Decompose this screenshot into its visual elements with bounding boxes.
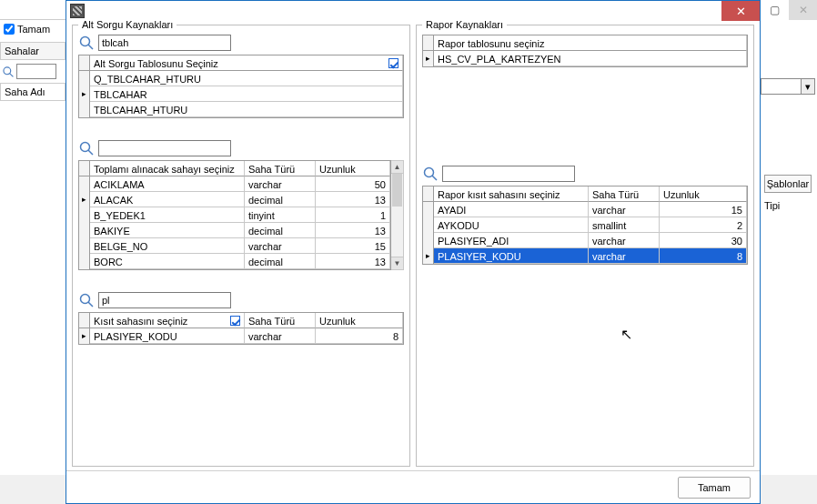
- cell-name: PLASIYER_KODU: [90, 328, 245, 344]
- table-row[interactable]: BELGE_NOvarchar15: [79, 238, 390, 254]
- cell-name: AYKODU: [434, 217, 589, 233]
- table-row[interactable]: TBLCAHAR_HTURU: [79, 102, 403, 117]
- cell-name: BAKIYE: [90, 223, 245, 238]
- svg-line-3: [88, 45, 93, 49]
- table-row[interactable]: BAKIYEdecimal13: [79, 223, 390, 238]
- table-row[interactable]: PLASIYER_KODUvarchar8: [79, 328, 403, 344]
- bg-tamam-checkbox[interactable]: [4, 24, 15, 35]
- cell-type: decimal: [245, 254, 316, 269]
- right-table-select-grid[interactable]: Rapor tablosunu seçiniz HS_CV_PLA_KARTEZ…: [422, 35, 748, 67]
- table-row[interactable]: Q_TBLCAHAR_HTURU: [79, 71, 403, 86]
- search-icon: [78, 140, 95, 156]
- cell-name: ACIKLAMA: [90, 176, 245, 192]
- left-search-sumfields[interactable]: [98, 140, 231, 156]
- right-constraint-grid[interactable]: Rapor kısıt sahasını seçiniz Saha Türü U…: [422, 186, 748, 265]
- table-row[interactable]: ACIKLAMAvarchar50: [79, 176, 390, 192]
- cell-type: decimal: [245, 192, 316, 207]
- svg-line-1: [10, 73, 14, 76]
- scrollbar[interactable]: ▲ ▼: [391, 160, 404, 270]
- app-icon: [70, 4, 85, 18]
- cell-length: 15: [660, 202, 747, 217]
- search-icon: [2, 66, 15, 78]
- col-name-header: Kısıt sahasını seçiniz: [94, 315, 187, 328]
- right-search-constraint[interactable]: [442, 166, 575, 182]
- bg-sahalar-header: Sahalar: [0, 42, 66, 60]
- left-search-constraint[interactable]: [98, 292, 231, 308]
- bg-tipi-label: Tipi: [764, 200, 780, 211]
- left-panel: Alt Sorgu Kaynakları Alt Sorgu Tablosunu…: [72, 25, 410, 467]
- scroll-thumb[interactable]: [392, 174, 402, 207]
- left-search-tables[interactable]: [98, 35, 231, 51]
- cell-type: varchar: [245, 238, 316, 254]
- left-sumfields-grid[interactable]: Toplamı alınacak sahayı seçiniz Saha Tür…: [78, 160, 391, 270]
- bg-restore-button[interactable]: ▢: [761, 0, 789, 20]
- right-panel: Rapor Kaynakları Rapor tablosunu seçiniz…: [416, 25, 754, 467]
- cell: Q_TBLCAHAR_HTURU: [90, 71, 403, 86]
- cell: TBLCAHAR: [90, 86, 403, 102]
- col-type-header: Saha Türü: [245, 161, 316, 176]
- cell-length: 1: [316, 207, 390, 223]
- col-len-header: Uzunluk: [316, 313, 403, 328]
- cell-name: B_YEDEK1: [90, 207, 245, 223]
- search-icon: [422, 166, 439, 182]
- table-row[interactable]: AYADIvarchar15: [423, 202, 747, 217]
- col-name-header: Toplamı alınacak sahayı seçiniz: [90, 161, 245, 176]
- table-row[interactable]: ALACAKdecimal13: [79, 192, 390, 207]
- bg-column-header: Saha Adı: [0, 83, 66, 101]
- cell-type: varchar: [245, 328, 316, 344]
- cell-type: decimal: [245, 223, 316, 238]
- left-table-select-header: Alt Sorgu Tablosunu Seçiniz: [94, 57, 218, 70]
- cell-length: 8: [660, 248, 747, 264]
- cell-length: 13: [316, 192, 390, 207]
- cell-name: BORC: [90, 254, 245, 269]
- table-row[interactable]: TBLCAHAR: [79, 86, 403, 102]
- left-constraint-grid[interactable]: Kısıt sahasını seçiniz Saha Türü Uzunluk…: [78, 312, 404, 345]
- table-row[interactable]: B_YEDEK1tinyint1: [79, 207, 390, 223]
- scroll-down-icon[interactable]: ▼: [391, 257, 403, 269]
- cell-name: AYADI: [434, 202, 589, 217]
- svg-line-9: [432, 176, 437, 180]
- close-button[interactable]: ✕: [721, 1, 760, 21]
- ok-button[interactable]: Tamam: [678, 477, 751, 499]
- svg-line-7: [88, 302, 93, 307]
- col-len-header: Uzunluk: [316, 161, 390, 176]
- bg-close-button[interactable]: ✕: [789, 0, 817, 20]
- col-len-header: Uzunluk: [660, 186, 747, 202]
- cell-type: tinyint: [245, 207, 316, 223]
- left-table-select-grid[interactable]: Alt Sorgu Tablosunu Seçiniz Q_TBLCAHAR_H…: [78, 55, 404, 118]
- dialog-window: ✕ Alt Sorgu Kaynakları Alt Sorgu Tablosu…: [66, 0, 761, 504]
- svg-line-5: [88, 150, 93, 155]
- cell: HS_CV_PLA_KARTEZYEN: [434, 51, 747, 66]
- table-row[interactable]: PLASIYER_KODUvarchar8: [423, 248, 747, 264]
- cell-type: varchar: [589, 248, 660, 264]
- cell-type: smallint: [589, 217, 660, 233]
- cell-length: 13: [316, 254, 390, 269]
- cell-length: 13: [316, 223, 390, 238]
- right-panel-legend: Rapor Kaynakları: [422, 19, 507, 30]
- table-row[interactable]: BORCdecimal13: [79, 254, 390, 269]
- scroll-up-icon[interactable]: ▲: [391, 161, 403, 174]
- search-icon: [78, 35, 95, 51]
- chevron-down-icon[interactable]: ▾: [801, 78, 815, 95]
- cell-name: BELGE_NO: [90, 238, 245, 254]
- bg-tamam-label: Tamam: [17, 24, 50, 35]
- col-type-header: Saha Türü: [245, 313, 316, 328]
- checkbox-icon[interactable]: [388, 58, 398, 68]
- bg-sablonlar-button[interactable]: Şablonlar: [764, 175, 812, 193]
- checkbox-icon[interactable]: [230, 316, 240, 326]
- table-row[interactable]: PLASIYER_ADIvarchar30: [423, 233, 747, 248]
- table-row[interactable]: HS_CV_PLA_KARTEZYEN: [423, 51, 747, 66]
- left-panel-legend: Alt Sorgu Kaynakları: [78, 19, 177, 30]
- cell-type: varchar: [245, 176, 316, 192]
- cell-name: PLASIYER_ADI: [434, 233, 589, 248]
- cell-type: varchar: [589, 202, 660, 217]
- table-row[interactable]: AYKODUsmallint2: [423, 217, 747, 233]
- cell-length: 50: [316, 176, 390, 192]
- cell-length: 2: [660, 217, 747, 233]
- right-table-select-header: Rapor tablosunu seçiniz: [434, 35, 747, 51]
- cell-length: 8: [316, 328, 403, 344]
- cell: TBLCAHAR_HTURU: [90, 102, 403, 117]
- col-type-header: Saha Türü: [589, 186, 660, 202]
- bg-search-input[interactable]: [16, 64, 56, 79]
- cell-length: 15: [316, 238, 390, 254]
